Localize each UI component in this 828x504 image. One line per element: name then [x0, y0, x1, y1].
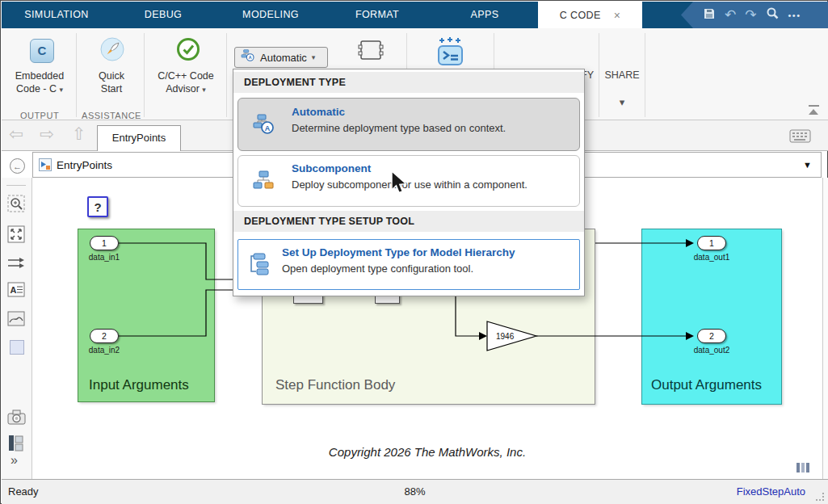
inport-1[interactable]: 1	[90, 236, 119, 250]
search-icon[interactable]	[766, 6, 780, 23]
menu-item-setup-desc: Open deployment type configuration tool.	[282, 262, 473, 275]
inport-1-label: data_in1	[80, 253, 128, 262]
nav-up-icon[interactable]: ⇧	[72, 124, 86, 144]
code-advisor-label-2: Advisor	[166, 83, 200, 94]
tab-simulation[interactable]: SIMULATION	[24, 2, 88, 28]
outport-1-label: data_out1	[687, 253, 736, 262]
quick-start-icon[interactable]	[100, 37, 124, 61]
keyboard-icon[interactable]	[789, 129, 811, 146]
assistance-section-label: ASSISTANCE	[78, 111, 145, 120]
menu-section-setup-tool: DEPLOYMENT TYPE SETUP TOOL	[233, 211, 584, 232]
deployment-type-menu: DEPLOYMENT TYPE A Automatic Determine de…	[233, 69, 585, 296]
outport-2-label: data_out2	[687, 346, 736, 355]
image-icon[interactable]	[7, 311, 25, 330]
ribbon-divider	[226, 33, 227, 117]
quick-start-label-2: Start	[101, 83, 122, 94]
menu-section-deployment-type: DEPLOYMENT TYPE	[233, 72, 584, 93]
area-box-icon[interactable]	[10, 340, 24, 355]
embedded-code-icon[interactable]: C	[30, 39, 54, 63]
menu-item-automatic-title: Automatic	[292, 106, 345, 118]
menu-item-setup-deployment[interactable]: Set Up Deployment Type for Model Hierarc…	[237, 239, 580, 290]
undo-icon[interactable]: ↶	[725, 8, 736, 22]
save-icon[interactable]	[703, 7, 716, 23]
deployment-type-dropdown-button[interactable]: A Automatic ▾	[234, 47, 328, 68]
tab-modeling[interactable]: MODELING	[242, 2, 299, 28]
breadcrumb-dropdown-icon[interactable]: ▼	[803, 160, 812, 170]
tab-c-code-label: C CODE	[560, 10, 601, 21]
outport-1[interactable]: 1	[697, 236, 726, 250]
menu-item-subcomponent-title: Subcomponent	[292, 162, 371, 174]
status-bar: Ready 88% FixedStepAuto	[2, 479, 828, 504]
chevron-down-icon: ▾	[59, 86, 63, 94]
code-advisor-label-1: C/C++ Code	[158, 70, 213, 82]
quick-access-toolbar: ↶ ↷ •••	[681, 2, 828, 28]
menu-item-subcomponent[interactable]: Subcomponent Deploy subcomponent for use…	[237, 155, 580, 207]
resize-grip[interactable]	[816, 493, 824, 501]
svg-text:A: A	[265, 124, 271, 132]
model-file-icon	[39, 158, 52, 171]
share-dropdown-arrow-icon[interactable]: ▾	[599, 96, 645, 108]
simulink-window: SIMULATION DEBUG MODELING FORMAT APPS C …	[0, 0, 828, 504]
embedded-code-label-1: Embedded	[15, 70, 64, 82]
share-button[interactable]: SHARE	[599, 69, 645, 81]
model-browser-icon[interactable]	[7, 435, 24, 455]
ribbon-divider	[645, 33, 645, 117]
subcomponent-icon	[253, 170, 274, 195]
svg-text:A: A	[249, 55, 252, 60]
close-tab-icon[interactable]: ×	[614, 9, 621, 22]
generate-code-terminal-icon[interactable]	[435, 36, 465, 70]
ribbon-divider	[76, 33, 77, 117]
redo-icon[interactable]: ↷	[745, 8, 756, 22]
embedded-code-button[interactable]: Embedded Code - C ▾	[4, 70, 75, 96]
mouse-cursor	[390, 170, 408, 199]
outport-2[interactable]: 2	[697, 329, 726, 343]
quick-start-button[interactable]: Quick Start	[79, 70, 144, 95]
nav-back-icon[interactable]: ⇦	[9, 124, 23, 144]
tab-debug[interactable]: DEBUG	[145, 2, 182, 28]
chevron-down-icon: ▾	[312, 53, 316, 61]
zoom-region-icon[interactable]	[7, 195, 25, 216]
nav-forward-icon[interactable]: ⇨	[40, 124, 54, 144]
inport-2-label: data_in2	[80, 346, 128, 355]
automatic-deployment-icon: A	[253, 114, 275, 138]
embedded-code-label-2: Code - C	[16, 83, 57, 94]
menu-item-automatic[interactable]: A Automatic Determine deployment type ba…	[237, 98, 580, 151]
camera-icon[interactable]	[7, 410, 26, 428]
tab-format[interactable]: FORMAT	[355, 2, 399, 28]
menu-item-subcomponent-desc: Deploy subcomponent for use within a com…	[292, 178, 527, 191]
output-section-label: OUTPUT	[4, 111, 75, 120]
tab-apps[interactable]: APPS	[471, 2, 499, 28]
signal-lines-icon[interactable]	[7, 257, 25, 273]
ribbon-divider	[144, 33, 145, 117]
sidebar-divider	[6, 185, 26, 186]
collapse-ribbon-icon[interactable]	[809, 105, 819, 115]
document-tab-entrypoints[interactable]: EntryPoints	[97, 125, 181, 151]
gain-value: 1946	[496, 332, 515, 341]
fit-to-view-icon[interactable]	[7, 225, 25, 246]
code-advisor-button[interactable]: C/C++ Code Advisor ▾	[146, 70, 225, 96]
right-gutter	[822, 178, 828, 479]
menu-item-setup-title: Set Up Deployment Type for Model Hierarc…	[282, 246, 515, 258]
deployment-type-value: Automatic	[260, 52, 307, 64]
tab-c-code-active[interactable]: C CODE ×	[538, 2, 642, 28]
solver-link[interactable]: FixedStepAuto	[737, 480, 805, 503]
menu-item-automatic-desc: Determine deployment type based on conte…	[292, 122, 506, 134]
setup-hierarchy-icon	[249, 253, 271, 279]
deployment-type-icon: A	[241, 49, 255, 65]
code-advisor-icon[interactable]	[177, 38, 200, 61]
breadcrumb-model-name[interactable]: EntryPoints	[57, 159, 112, 171]
expand-sidebar-icon[interactable]: »	[11, 453, 18, 468]
annotation-icon[interactable]: A	[7, 282, 25, 300]
toolstrip-tab-bar: SIMULATION DEBUG MODELING FORMAT APPS C …	[2, 2, 828, 28]
chevron-down-icon: ▾	[202, 86, 206, 94]
quick-start-label-1: Quick	[99, 70, 124, 82]
inport-2[interactable]: 2	[90, 329, 119, 343]
svg-text:A: A	[11, 285, 17, 295]
breadcrumb-back-icon[interactable]: ←	[10, 158, 25, 174]
more-options-icon[interactable]: •••	[788, 10, 801, 20]
component-block-icon[interactable]	[357, 39, 385, 65]
zoom-level: 88%	[2, 480, 828, 503]
